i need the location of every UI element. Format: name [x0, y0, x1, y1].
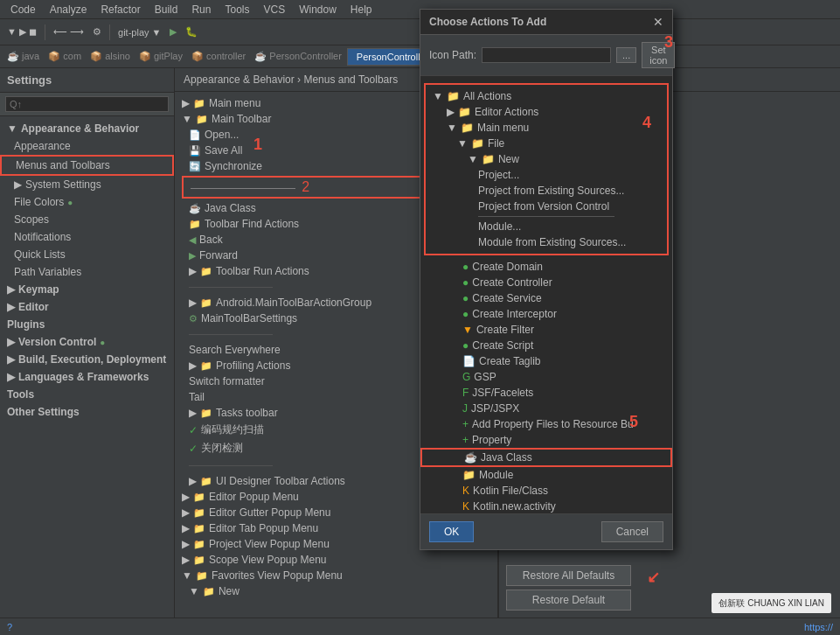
main-menu-modal-item[interactable]: ▼ 📁 Main menu	[426, 120, 667, 136]
project-indicator: ☕ java	[3, 51, 43, 62]
modal-separator	[478, 216, 614, 217]
expand-arrow: ▶	[189, 359, 197, 372]
create-interceptor-item[interactable]: ● Create Interceptor	[420, 306, 672, 322]
languages-frameworks-section[interactable]: ▶ Languages & Frameworks	[0, 368, 174, 386]
kotlin-file-item[interactable]: K Kotlin File/Class	[420, 483, 672, 499]
module-existing-item[interactable]: Module from Existing Sources...	[426, 234, 667, 250]
choose-actions-modal: Choose Actions To Add ✕ Icon Path: ... S…	[420, 9, 673, 550]
action-icon: F	[462, 387, 469, 399]
help-link[interactable]: ?	[7, 622, 12, 632]
gsp-item[interactable]: G GSP	[420, 369, 672, 385]
restore-default-button[interactable]: Restore Default	[506, 590, 631, 611]
appearance-item[interactable]: Appearance	[0, 137, 174, 155]
action-icon: 💾	[189, 145, 201, 157]
create-taglib-item[interactable]: 📄 Create Taglib	[420, 353, 672, 369]
scopes-item[interactable]: Scopes	[0, 211, 174, 228]
scope-view-item[interactable]: ▶ 📁 Scope View Popup Menu	[175, 552, 497, 568]
menu-tools[interactable]: Tools	[218, 2, 256, 17]
menu-build[interactable]: Build	[148, 2, 185, 17]
menu-window[interactable]: Window	[292, 2, 344, 17]
create-filter-item[interactable]: ▼ Create Filter	[420, 322, 672, 338]
all-actions-item[interactable]: ▼ 📁 All Actions	[426, 88, 667, 104]
expand-arrow: ▼	[468, 153, 478, 165]
new-folder-item[interactable]: ▼ 📁 New	[175, 583, 497, 599]
action-icon: ●	[462, 276, 469, 289]
create-controller-item[interactable]: ● Create Controller	[420, 275, 672, 290]
menu-help[interactable]: Help	[344, 2, 379, 17]
browse-button[interactable]: ...	[616, 47, 636, 63]
menu-refactor[interactable]: Refactor	[94, 2, 147, 17]
gitplay-tab[interactable]: 📦 gitPlay	[135, 51, 186, 62]
create-service-item[interactable]: ● Create Service	[420, 290, 672, 306]
project-vc-item[interactable]: Project from Version Control	[426, 199, 667, 214]
controller-tab[interactable]: 📦 controller	[188, 51, 249, 62]
com-tab[interactable]: 📦 com	[45, 51, 85, 62]
expand-arrow: ▼	[447, 122, 457, 134]
jspjspx-item[interactable]: J JSP/JSPX	[420, 401, 672, 416]
appearance-behavior-section[interactable]: ▼ Appearance & Behavior	[0, 120, 174, 137]
create-script-item[interactable]: ● Create Script	[420, 338, 672, 353]
java-class-modal-item[interactable]: ☕ Java Class	[420, 448, 672, 467]
expand-arrow: ▶	[189, 265, 197, 277]
action-icon: 📄	[462, 355, 476, 367]
ok-button[interactable]: OK	[429, 521, 474, 542]
action-icon: +	[462, 434, 469, 446]
create-domain-item[interactable]: ● Create Domain	[420, 259, 672, 275]
toolbar-btn-2[interactable]: ⚙	[89, 24, 105, 39]
set-icon-button[interactable]: Set icon	[642, 42, 675, 68]
file-colors-item[interactable]: File Colors ●	[0, 193, 174, 211]
modal-close-button[interactable]: ✕	[653, 15, 663, 29]
icon-path-input[interactable]	[482, 47, 611, 63]
version-control-section[interactable]: ▶ Version Control ●	[0, 333, 174, 351]
system-settings-item[interactable]: ▶ System Settings	[0, 176, 174, 193]
path-variables-item[interactable]: Path Variables	[0, 263, 174, 281]
tools-section[interactable]: Tools	[0, 386, 174, 403]
menu-run[interactable]: Run	[184, 2, 218, 17]
module-modal-item[interactable]: 📁 Module	[420, 467, 672, 483]
folder-icon: 📁	[200, 360, 212, 372]
debug-btn[interactable]: 🐛	[182, 24, 201, 39]
expand-arrow: ▼	[433, 90, 443, 102]
property-item[interactable]: + Property	[420, 432, 672, 448]
project-existing-item[interactable]: Project from Existing Sources...	[426, 183, 667, 199]
folder-icon: 📁	[200, 266, 212, 277]
alsino-tab[interactable]: 📦 alsino	[87, 51, 134, 62]
menus-toolbars-item[interactable]: Menus and Toolbars	[0, 155, 174, 176]
favorites-view-item[interactable]: ▼ 📁 Favorites View Popup Menu	[175, 568, 497, 583]
action-icon: ●	[462, 339, 469, 352]
project-modal-item[interactable]: Project...	[426, 167, 667, 183]
project-dropdown[interactable]: ▼ ▶ ◼	[3, 24, 40, 39]
personcontroller-tab[interactable]: ☕ PersonController	[251, 51, 345, 62]
menu-analyze[interactable]: Analyze	[43, 2, 94, 17]
add-property-item[interactable]: + Add Property Files to Resource Bu	[420, 416, 672, 432]
keymap-section[interactable]: ▶ Keymap	[0, 281, 174, 298]
editor-actions-item[interactable]: ▶ 📁 Editor Actions	[426, 104, 667, 120]
toolbar-btn-1[interactable]: ⟵ ⟶	[50, 24, 87, 39]
expand-arrow: ▶	[182, 491, 190, 503]
new-modal-item[interactable]: ▼ 📁 New	[426, 151, 667, 167]
plugins-section[interactable]: Plugins	[0, 316, 174, 333]
run-config-dropdown[interactable]: git-play ▼	[115, 25, 164, 39]
quick-lists-item[interactable]: Quick Lists	[0, 246, 174, 263]
settings-search[interactable]	[5, 96, 169, 112]
expand-arrow: ▶	[7, 301, 15, 313]
build-exec-deploy-section[interactable]: ▶ Build, Execution, Deployment	[0, 351, 174, 368]
toolbar-separator-1	[45, 24, 45, 40]
module-item[interactable]: Module...	[426, 219, 667, 234]
folder-icon: 📁	[196, 114, 208, 125]
run-btn[interactable]: ▶	[166, 24, 180, 39]
expand-arrow: ▶	[7, 283, 15, 296]
settings-tree: ▼ Appearance & Behavior Appearance Menus…	[0, 116, 174, 618]
restore-all-defaults-button[interactable]: Restore All Defaults	[506, 565, 631, 586]
cancel-button[interactable]: Cancel	[601, 521, 663, 542]
other-settings-section[interactable]: Other Settings	[0, 403, 174, 421]
notifications-item[interactable]: Notifications	[0, 228, 174, 246]
menu-vcs[interactable]: VCS	[256, 2, 292, 17]
jsf-item[interactable]: F JSF/Facelets	[420, 385, 672, 401]
editor-section[interactable]: ▶ Editor	[0, 298, 174, 316]
status-url[interactable]: https://	[804, 622, 833, 632]
file-modal-item[interactable]: ▼ 📁 File	[426, 136, 667, 151]
kotlin-activity-item[interactable]: K Kotlin.new.activity	[420, 499, 672, 513]
expand-arrow: ▶	[182, 538, 190, 550]
menu-code[interactable]: Code	[3, 2, 43, 17]
